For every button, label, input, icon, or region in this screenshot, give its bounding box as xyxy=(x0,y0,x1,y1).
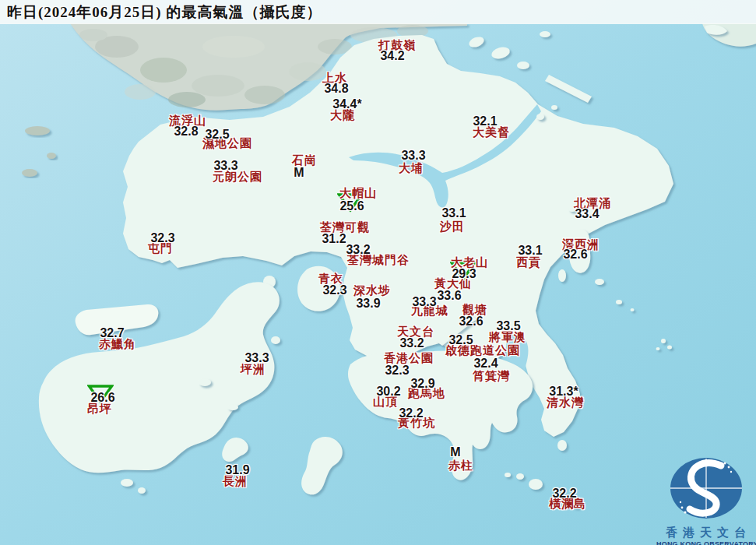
title-bar: 昨日(2024年06月25日) 的最高氣溫（攝氏度） xyxy=(0,0,756,24)
peng-chau-island xyxy=(271,336,280,344)
po-toi-island xyxy=(529,479,543,490)
station-value: 31.3* xyxy=(549,385,578,399)
hei-ling-chau-island xyxy=(199,378,211,386)
hko-max-temp-map-page: 昨日(2024年06月25日) 的最高氣溫（攝氏度） 打鼓嶺34.2上水34.8… xyxy=(0,0,756,545)
station-value: 32.6 xyxy=(563,248,587,262)
station-value: 33.9 xyxy=(356,297,380,311)
station-value: 33.2 xyxy=(399,336,424,350)
hko-logo: 香港天文台 HONG KONG OBSERVATORY xyxy=(656,455,756,545)
station-value: 32.5 xyxy=(205,128,229,142)
station-value: 34.8 xyxy=(324,82,348,96)
station-name: 沙田 xyxy=(440,220,465,234)
hko-logo-name-zh: 香港天文台 xyxy=(661,526,756,540)
station-value: 32.1 xyxy=(473,114,497,128)
station-value: 33.3 xyxy=(244,351,269,365)
station-name: 筲箕灣 xyxy=(473,369,510,384)
station-value: 32.2 xyxy=(399,406,423,420)
station-value: M xyxy=(450,445,460,459)
sharp-island xyxy=(558,269,566,282)
station-value: 34.4* xyxy=(332,97,361,111)
station-name: 深水埗 xyxy=(353,283,391,298)
station-value: 31.9 xyxy=(225,463,249,477)
station-value: 32.3 xyxy=(150,231,174,245)
tung-lung-chau-island xyxy=(557,440,567,451)
station-value: 33.5 xyxy=(496,319,520,333)
ninepin-islands xyxy=(661,339,666,343)
hong-kong-map xyxy=(0,0,756,545)
station-value: 30.2 xyxy=(376,385,400,399)
station-name: 大埔 xyxy=(399,161,424,176)
station-value: 33.3 xyxy=(401,149,425,163)
station-value: 25.6 xyxy=(339,199,364,213)
hko-logo-name-en: HONG KONG OBSERVATORY xyxy=(656,540,756,545)
station-value: 32.4 xyxy=(473,357,498,371)
soko-islands xyxy=(121,479,133,487)
station-value: 33.1 xyxy=(518,244,542,258)
station-value: 32.3 xyxy=(322,283,346,297)
station-value: 33.6 xyxy=(437,289,461,303)
station-value: 33.3 xyxy=(213,159,237,173)
station-value: 32.6 xyxy=(459,315,483,329)
station-value: 33.1 xyxy=(441,206,466,220)
station-value: 33.3 xyxy=(412,295,436,309)
shek-kwu-chau-island xyxy=(227,404,238,410)
station-name: 大帽山 xyxy=(339,186,377,201)
station-value: 32.3 xyxy=(385,364,409,378)
station-value: 33.4 xyxy=(575,207,599,221)
station-value: 29.3 xyxy=(452,267,476,281)
station-value: 32.2 xyxy=(552,487,576,501)
hko-logo-icon xyxy=(663,455,750,522)
page-title: 昨日(2024年06月25日) 的最高氣溫（攝氏度） xyxy=(7,2,322,23)
station-value: 32.8 xyxy=(174,125,198,139)
station-value: 32.5 xyxy=(448,333,473,347)
station-value: 33.2 xyxy=(346,243,370,257)
station-value: 32.9 xyxy=(410,377,434,391)
station-value: 34.2 xyxy=(380,49,404,63)
station-name: 赤柱 xyxy=(448,459,473,473)
station-value: 31.2 xyxy=(322,232,346,246)
station-value: M xyxy=(294,166,304,180)
tap-mun-island xyxy=(536,114,544,120)
station-value: 32.7 xyxy=(100,326,124,340)
station-value: 26.6 xyxy=(90,391,114,405)
